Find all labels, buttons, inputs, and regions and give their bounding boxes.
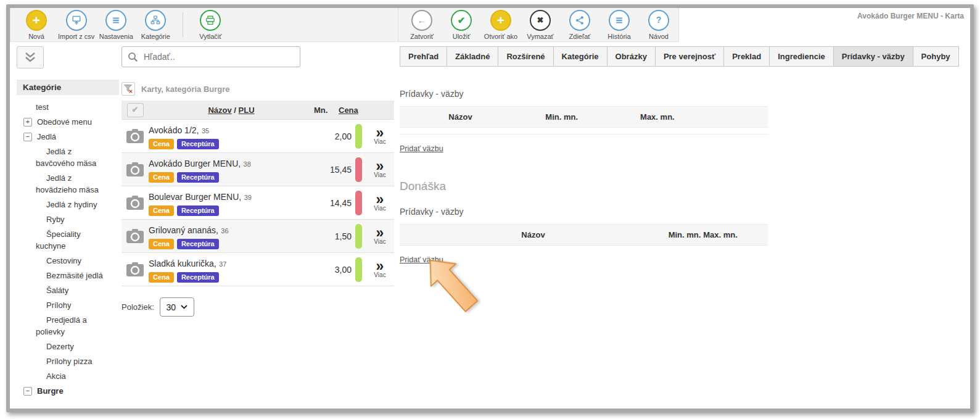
delete-x-icon: ✖ — [530, 10, 551, 31]
svg-text:✕: ✕ — [129, 89, 133, 94]
card-price: 1,50 — [317, 231, 352, 241]
app-window: + Nová Import z csv Nastavenia Kategórie — [6, 4, 974, 412]
print-button[interactable]: Vytlačiť — [192, 10, 228, 40]
more-button[interactable]: »Viac — [366, 161, 394, 178]
add-binding-link[interactable]: Pridať väzbu — [400, 144, 443, 153]
sort-by-plu-link[interactable]: PLU — [239, 106, 255, 115]
double-chevron-right-icon: » — [366, 128, 394, 138]
save-button[interactable]: ✔ Uložiť — [443, 10, 479, 40]
tab-zakladne[interactable]: Základné — [447, 46, 498, 67]
sidebar-item-burgre[interactable]: − Burgre — [17, 385, 119, 397]
sidebar-item[interactable]: Prílohy — [17, 299, 119, 311]
new-button[interactable]: + Nová — [19, 10, 54, 40]
open-as-button[interactable]: + Otvoriť ako — [483, 10, 519, 40]
import-icon — [66, 10, 87, 31]
tab-pohyby[interactable]: Pohyby — [913, 46, 959, 67]
tab-prehlad[interactable]: Prehľad — [400, 46, 447, 67]
double-chevron-right-icon: » — [366, 228, 394, 238]
sidebar-item[interactable]: Špeciality kuchyne — [17, 228, 119, 252]
card-price: 3,00 — [317, 265, 352, 275]
history-button[interactable]: História — [601, 10, 637, 40]
tab-rozsirene[interactable]: Rozšírené — [498, 46, 553, 67]
collapse-icon[interactable]: − — [23, 387, 32, 396]
card-row[interactable]: Boulevar Burger MENU, 39 CenaReceptúra 1… — [121, 186, 394, 220]
sidebar-item[interactable]: Dezerty — [17, 341, 119, 352]
sidebar-header: Kategórie — [17, 80, 119, 95]
chevron-down-icon — [181, 305, 187, 309]
menu-lines-icon — [609, 10, 630, 31]
toolbar-label: Vymazať — [527, 33, 553, 40]
sidebar-item[interactable]: Ryby — [17, 214, 119, 225]
sidebar-item-jedla[interactable]: − Jedlá — [17, 131, 119, 143]
add-binding-link-delivery[interactable]: Pridať väzbu — [400, 255, 443, 264]
import-csv-button[interactable]: Import z csv — [58, 10, 94, 40]
sidebar-collapse-button[interactable] — [17, 46, 44, 68]
tab-pridavky-vazby[interactable]: Prídavky - väzby — [833, 46, 913, 67]
tab-preklad[interactable]: Preklad — [723, 46, 770, 67]
recipe-badge: Receptúra — [177, 139, 219, 149]
sidebar-item[interactable]: Predjedlá a polievky — [17, 314, 119, 338]
tab-pre-verejnost[interactable]: Pre verejnosť — [655, 46, 724, 67]
more-button[interactable]: »Viac — [366, 261, 394, 278]
card-row[interactable]: Sladká kukurička, 37 CenaReceptúra 3,00 … — [121, 253, 394, 286]
sidebar-item[interactable]: Akcia — [17, 370, 119, 382]
sidebar-item[interactable]: Bezmäsité jedlá — [17, 270, 119, 281]
card-list-panel: ✕ Karty, kategória Burgre ✔ Názov / PLU … — [121, 46, 394, 409]
page-title: Avokádo Burger MENU - Karta — [857, 12, 964, 20]
tab-obrazky[interactable]: Obrázky — [607, 46, 656, 67]
double-chevron-down-icon — [23, 52, 38, 63]
toolbar-divider — [183, 12, 183, 37]
camera-icon — [121, 195, 149, 210]
sidebar-item-obedove-menu[interactable]: + Obedové menu — [17, 116, 119, 128]
card-row[interactable]: Grilovaný ananás, 36 CenaReceptúra 1,50 … — [121, 220, 394, 253]
section-title-addons-delivery: Prídavky - väzby — [400, 207, 970, 217]
categories-button[interactable]: Kategórie — [138, 10, 173, 40]
filter-remove-icon: ✕ — [123, 84, 133, 94]
sidebar-item[interactable]: Prílohy pizza — [17, 355, 119, 367]
tab-ingrediencie[interactable]: Ingrediencie — [769, 46, 834, 67]
sort-by-price-link[interactable]: Cena — [339, 106, 372, 115]
category-tree: test + Obedové menu − Jedlá Jedlá z bavč… — [17, 101, 119, 397]
items-per-page-value: 30 — [166, 302, 176, 312]
settings-button[interactable]: Nastavenia — [98, 10, 134, 40]
close-button[interactable]: ← Zatvoriť — [404, 10, 440, 40]
expand-icon[interactable]: + — [23, 118, 32, 127]
card-plu: 35 — [202, 127, 209, 135]
items-per-page-select[interactable]: 30 — [160, 297, 194, 317]
printer-icon — [200, 10, 221, 31]
tab-kategorie[interactable]: Kategórie — [553, 46, 607, 67]
sidebar-item[interactable]: Jedlá z hovädzieho mäsa — [17, 172, 119, 196]
sidebar-item[interactable]: Cestoviny — [17, 255, 119, 267]
search-input[interactable] — [142, 51, 281, 62]
more-button[interactable]: »Viac — [366, 228, 394, 245]
price-badge: Cena — [149, 272, 174, 283]
column-header-min: Min. mn. — [667, 230, 702, 239]
sort-by-name-link[interactable]: Názov — [208, 106, 231, 115]
sidebar-item-label: Jedlá — [37, 131, 56, 143]
more-button[interactable]: »Viac — [366, 194, 394, 212]
sidebar-item[interactable]: Jedlá z hydiny — [17, 199, 119, 210]
double-chevron-right-icon: » — [366, 161, 394, 172]
help-button[interactable]: ? Návod — [641, 10, 677, 40]
card-plu: 36 — [221, 227, 228, 234]
menu-lines-icon — [105, 10, 126, 31]
delete-button[interactable]: ✖ Vymazať — [522, 10, 558, 40]
share-icon — [569, 10, 590, 31]
share-button[interactable]: Zdieľať — [562, 10, 598, 40]
card-row[interactable]: Avokádo 1/2, 35 CenaReceptúra 2,00 »Viac — [121, 120, 394, 153]
select-all-checkbox[interactable]: ✔ — [127, 103, 144, 117]
clear-filter-button[interactable]: ✕ — [121, 82, 135, 96]
card-price: 2,00 — [317, 131, 352, 141]
card-row[interactable]: Avokádo Burger MENU, 38 CenaReceptúra 15… — [121, 153, 394, 186]
more-button[interactable]: »Viac — [366, 128, 394, 145]
sidebar-item[interactable]: Šaláty — [17, 284, 119, 296]
price-badge: Cena — [149, 172, 174, 183]
sidebar-item-test[interactable]: test — [17, 101, 119, 113]
double-chevron-right-icon: » — [366, 261, 394, 272]
column-header-name: Názov — [400, 230, 667, 239]
tab-bar: Prehľad Základné Rozšírené Kategórie Obr… — [400, 46, 970, 67]
toolbar-label: Zatvoriť — [410, 33, 434, 40]
collapse-icon[interactable]: − — [23, 133, 32, 141]
sidebar-item[interactable]: Jedlá z bavčového mäsa — [17, 146, 119, 169]
back-arrow-icon: ← — [411, 10, 432, 31]
